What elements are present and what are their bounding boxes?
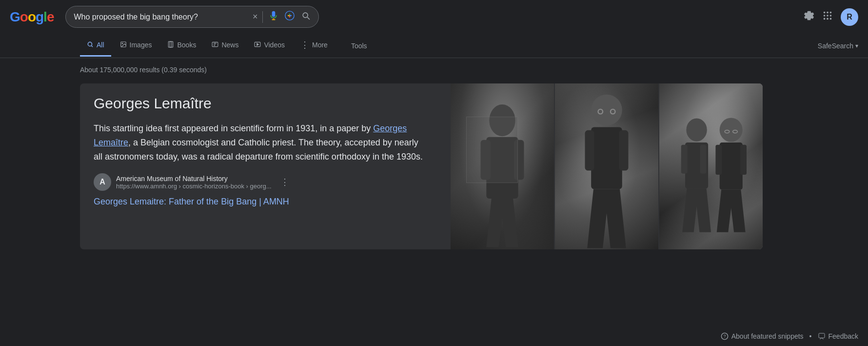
safesearch-dropdown[interactable]: SafeSearch ▾ [818,42,858,50]
svg-rect-27 [619,130,628,171]
nav: All Images Books News [0,34,868,58]
source-favicon: A [94,173,111,191]
logo-l: l [43,9,47,24]
svg-rect-25 [591,127,622,189]
news-nav-icon [212,41,218,49]
bottom-bar: ? About featured snippets • Feedback [0,326,868,346]
tools-button[interactable]: Tools [344,38,374,54]
svg-point-4 [824,15,826,17]
nav-item-more[interactable]: ⋮ More [294,34,335,58]
info-icon: ? [721,332,729,340]
source-url: https://www.amnh.org › cosmic-horizons-b… [116,183,272,190]
books-nav-icon [167,41,174,49]
svg-point-22 [591,95,622,126]
settings-icon[interactable] [804,10,814,23]
snippet-image-3[interactable] [659,83,763,249]
logo-e: e [47,9,54,24]
source-info: American Museum of Natural History https… [116,175,272,190]
logo-o2: o [28,9,36,24]
nav-images-label: Images [130,41,152,49]
avatar[interactable]: R [841,8,858,26]
results-count: About 175,000,000 results (0.39 seconds) [80,66,858,74]
feedback-button[interactable]: Feedback [818,332,858,340]
logo-g: G [10,9,20,24]
photo-sim-1 [451,83,554,249]
svg-point-12 [122,43,123,44]
snippet-image-1[interactable] [451,83,554,249]
svg-point-2 [827,12,829,14]
search-bar[interactable]: × [65,6,319,28]
feedback-label: Feedback [829,332,858,340]
featured-snippet-card: Georges Lemaître This startling idea fir… [80,83,763,249]
snippet-title: Georges Lemaître [94,95,425,112]
logo-o1: o [20,9,28,24]
svg-marker-17 [257,43,259,45]
google-logo[interactable]: Google [10,9,54,25]
photo-sim-3 [659,83,763,249]
nav-videos-label: Videos [264,41,285,49]
person-figure-2 [568,92,646,249]
svg-text:?: ? [723,334,726,339]
separator: • [809,332,812,340]
header-right: R [804,8,858,26]
nav-news-label: News [221,41,238,49]
nav-item-news[interactable]: News [205,35,245,57]
lens-icon[interactable] [284,10,295,23]
nav-all-label: All [97,41,104,49]
source-name: American Museum of Natural History [116,175,272,183]
videos-nav-icon [254,41,261,49]
source-more-options[interactable]: ⋮ [280,177,289,187]
snippet-text-part1: This startling idea first appeared in sc… [94,123,373,133]
nav-item-all[interactable]: All [80,35,111,57]
nav-item-books[interactable]: Books [160,35,203,57]
person-figure-3 [659,100,763,249]
svg-rect-31 [700,145,707,174]
svg-rect-36 [715,145,722,175]
snippet-text: This startling idea first appeared in sc… [94,122,425,163]
divider [262,11,263,23]
snippet-image-2[interactable] [555,83,658,249]
search-submit-icon[interactable] [301,11,311,23]
about-snippets-label: About featured snippets [731,332,804,340]
svg-point-3 [830,12,832,14]
snippet-result-link[interactable]: Georges Lemaitre: Father of the Big Bang… [94,197,289,206]
svg-point-9 [830,18,832,20]
search-input[interactable] [74,13,247,21]
safesearch-chevron-icon: ▾ [855,42,858,49]
svg-rect-26 [585,130,594,171]
about-snippets-link[interactable]: ? About featured snippets [721,332,804,340]
snippet-text-part2: , a Belgian cosmologist and Catholic pri… [94,138,423,162]
svg-point-32 [720,118,743,142]
svg-point-6 [830,15,832,17]
snippet-images [451,83,763,249]
snippet-content: Georges Lemaître This startling idea fir… [80,83,439,249]
apps-icon[interactable] [822,10,833,23]
snippet-source: A American Museum of Natural History htt… [94,173,425,191]
logo-g2: g [36,9,43,24]
nav-books-label: Books [177,41,196,49]
svg-point-1 [824,12,826,14]
svg-point-5 [827,15,829,17]
blackboard-element [466,117,518,183]
svg-point-7 [824,18,826,20]
svg-rect-35 [720,142,743,190]
header: Google × [0,0,868,34]
nav-item-images[interactable]: Images [113,35,159,57]
svg-point-28 [686,119,707,142]
svg-rect-37 [740,145,747,175]
safesearch-label: SafeSearch [818,42,853,50]
search-nav-icon [87,41,94,49]
more-nav-icon: ⋮ [300,40,309,50]
svg-rect-40 [819,333,825,338]
clear-icon[interactable]: × [253,12,258,22]
feedback-icon [818,332,826,340]
svg-point-10 [88,42,92,46]
images-nav-icon [120,41,127,49]
nav-items: All Images Books News [80,34,335,58]
nav-item-videos[interactable]: Videos [247,35,292,57]
svg-point-8 [827,18,829,20]
svg-rect-30 [681,145,688,174]
search-action-icons [262,10,311,23]
mic-icon[interactable] [269,11,278,23]
photo-sim-2 [555,83,658,249]
